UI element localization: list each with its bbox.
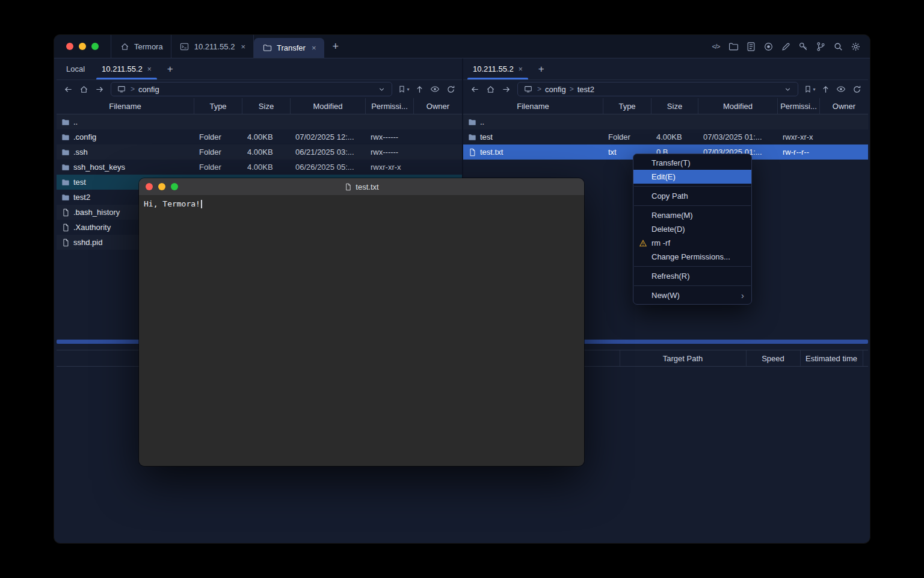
show-hidden-files-button[interactable]: [428, 82, 442, 96]
menu-item-refresh[interactable]: Refresh(R): [633, 269, 751, 283]
column-header-permissions[interactable]: Permissi...: [778, 98, 820, 114]
add-panel-tab-button[interactable]: +: [531, 58, 552, 79]
context-menu: Transfer(T) Edit(E) Copy Path Rename(M) …: [633, 154, 752, 305]
bookmark-button[interactable]: ▾: [396, 82, 411, 96]
editor-content[interactable]: Hi, Termora!: [139, 196, 584, 466]
editor-zoom-button[interactable]: [171, 183, 178, 190]
file-row[interactable]: ..: [57, 114, 462, 129]
back-button[interactable]: [467, 82, 482, 96]
computer-icon: [523, 84, 534, 95]
file-row[interactable]: ssh_host_keys Folder 4.00KB 06/26/2025 0…: [57, 160, 462, 175]
menu-item-delete[interactable]: Delete(D): [633, 222, 751, 236]
path-bar[interactable]: > config: [111, 82, 392, 96]
close-button[interactable]: [66, 43, 73, 50]
column-header-filename[interactable]: Filename: [57, 98, 194, 114]
app-tab-host[interactable]: 10.211.55.2 ×: [171, 35, 254, 58]
parent-directory-button[interactable]: [818, 82, 833, 96]
editor-window: test.txt Hi, Termora!: [139, 178, 584, 466]
termora-window: Termora 10.211.55.2 × Transfer × + </>: [54, 35, 870, 543]
file-icon: [468, 148, 476, 157]
parent-directory-button[interactable]: [412, 82, 427, 96]
tab-local[interactable]: Local: [58, 58, 93, 79]
file-row[interactable]: .ssh Folder 4.00KB 06/21/2025 03:... rwx…: [57, 144, 462, 160]
close-tab-icon[interactable]: ×: [519, 65, 523, 73]
path-segment[interactable]: config: [138, 85, 159, 94]
minimize-button[interactable]: [79, 43, 86, 50]
menu-item-rename[interactable]: Rename(M): [633, 208, 751, 222]
home-button[interactable]: [76, 82, 91, 96]
refresh-button[interactable]: [849, 82, 864, 96]
path-segment[interactable]: config: [545, 85, 566, 94]
back-button[interactable]: [61, 82, 75, 96]
folder-icon: [61, 193, 70, 202]
record-icon[interactable]: [763, 41, 774, 52]
snippets-icon[interactable]: [745, 41, 756, 52]
column-header-owner[interactable]: Owner: [820, 98, 868, 114]
right-table-header: Filename Type Size Modified Permissi... …: [463, 98, 868, 114]
bookmark-caret-icon: ▾: [813, 87, 815, 92]
menu-item-copy-path[interactable]: Copy Path: [633, 189, 751, 203]
column-header-type[interactable]: Type: [603, 98, 651, 114]
new-tab-button[interactable]: +: [324, 35, 348, 58]
right-panel-toolbar: > config > test2 ▾: [463, 80, 868, 98]
path-bar[interactable]: > config > test2: [517, 82, 798, 96]
chevron-down-icon[interactable]: [782, 84, 793, 95]
forward-button[interactable]: [92, 82, 106, 96]
close-tab-icon[interactable]: ×: [147, 65, 152, 73]
column-header-size[interactable]: Size: [651, 98, 698, 114]
menu-item-edit[interactable]: Edit(E): [633, 170, 751, 184]
transfers-col-speed[interactable]: Speed: [746, 350, 801, 366]
tab-label: 10.211.55.2: [194, 42, 235, 51]
right-panel-tabs: 10.211.55.2 × +: [463, 58, 868, 80]
right-file-list: .. test Folder 4.00KB 07/03/2025 01:... …: [463, 114, 868, 160]
search-icon[interactable]: [833, 41, 843, 52]
column-header-owner[interactable]: Owner: [414, 98, 462, 114]
chevron-down-icon[interactable]: [376, 84, 387, 95]
menu-separator: [634, 285, 751, 286]
bookmark-button[interactable]: ▾: [802, 82, 817, 96]
app-tab-termora[interactable]: Termora: [111, 35, 171, 58]
forward-button[interactable]: [499, 82, 513, 96]
column-header-modified[interactable]: Modified: [698, 98, 778, 114]
editor-title: test.txt: [139, 182, 584, 191]
file-row[interactable]: ..: [463, 114, 868, 129]
column-header-type[interactable]: Type: [194, 98, 242, 114]
show-hidden-files-button[interactable]: [834, 82, 848, 96]
transfers-col-estimated-time[interactable]: Estimated time: [800, 350, 863, 366]
column-header-modified[interactable]: Modified: [291, 98, 366, 114]
folder-icon: [61, 133, 70, 141]
computer-icon: [116, 84, 127, 95]
home-button[interactable]: [483, 82, 497, 96]
menu-item-change-permissions[interactable]: Change Permissions...: [633, 250, 751, 264]
folder-toolbar-icon[interactable]: [728, 41, 739, 52]
menu-item-transfer[interactable]: Transfer(T): [633, 156, 751, 170]
column-header-size[interactable]: Size: [242, 98, 291, 114]
app-tab-transfer[interactable]: Transfer ×: [254, 38, 324, 58]
editor-minimize-button[interactable]: [158, 183, 165, 190]
tab-host-session[interactable]: 10.211.55.2 ×: [464, 58, 531, 79]
code-icon[interactable]: </>: [710, 41, 721, 52]
tab-host-session[interactable]: 10.211.55.2 ×: [93, 58, 160, 79]
zoom-button[interactable]: [91, 43, 99, 50]
editor-titlebar[interactable]: test.txt: [139, 178, 584, 196]
file-row[interactable]: .config Folder 4.00KB 07/02/2025 12:... …: [57, 129, 462, 144]
column-header-filename[interactable]: Filename: [463, 98, 603, 114]
git-branch-icon[interactable]: [815, 41, 826, 52]
settings-gear-icon[interactable]: [850, 41, 861, 52]
pencil-icon[interactable]: [780, 41, 791, 52]
file-row[interactable]: test Folder 4.00KB 07/03/2025 01:... rwx…: [463, 129, 868, 144]
traffic-lights: [54, 35, 111, 58]
keys-icon[interactable]: [798, 41, 808, 52]
folder-icon: [61, 118, 70, 126]
transfers-col-target-path[interactable]: Target Path: [620, 350, 747, 366]
path-separator: >: [537, 85, 541, 93]
add-panel-tab-button[interactable]: +: [160, 58, 180, 79]
menu-item-rm-rf[interactable]: rm -rf: [633, 236, 751, 250]
refresh-button[interactable]: [443, 82, 458, 96]
menu-item-new[interactable]: New(W)›: [633, 288, 751, 302]
close-tab-icon[interactable]: ×: [241, 42, 245, 51]
close-tab-icon[interactable]: ×: [312, 43, 316, 52]
editor-close-button[interactable]: [146, 183, 153, 190]
path-segment[interactable]: test2: [578, 85, 594, 94]
column-header-permissions[interactable]: Permissi...: [366, 98, 414, 114]
